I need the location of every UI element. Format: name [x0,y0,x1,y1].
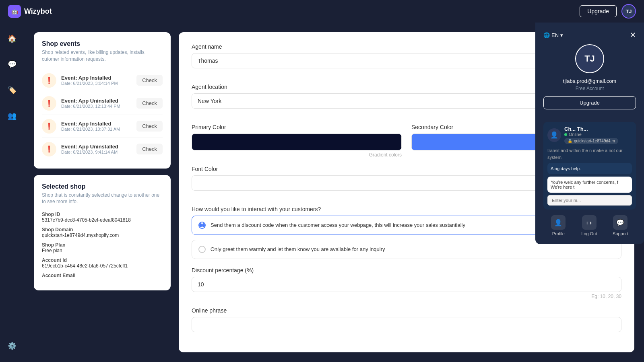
event-icon: ❗ [42,119,56,134]
selected-shop-title: Selected shop [42,183,163,190]
dropdown-email: tjlabs.prod@gmail.com [543,78,636,84]
chat-preview-status: Online [564,132,618,137]
support-icon: 💬 [613,215,627,230]
gradient-hint-1: Gradient colors [192,152,402,158]
online-label: Online [569,132,582,137]
chat-preview-info: Ch... Th... Online 🔒 quickstart-1e8749d4… [564,126,618,144]
discount-hint: Eg: 10, 20, 30 [192,294,621,299]
logo-icon: 🤖 [8,5,21,18]
event-item: ❗ Event: App Installed Date: 6/21/2023, … [42,69,163,92]
discount-group: Discount percentage (%) Eg: 10, 20, 30 [192,267,621,299]
lang-selector[interactable]: 🌐 EN ▾ [543,32,563,38]
shop-plan-row: Shop Plan Free plan [42,242,163,253]
event-info: Event: App Uninstalled Date: 6/21/2023, … [61,144,132,154]
close-dropdown-button[interactable]: ✕ [630,31,636,39]
user-actions: 👤 Profile ↦ Log Out 💬 Support [543,215,636,236]
check-button-3[interactable]: Check [136,144,163,154]
lang-label: EN [551,32,559,38]
navbar: 🤖 Wizybot Upgrade TJ [0,0,644,23]
support-action[interactable]: 💬 Support [613,215,628,236]
chat-preview-name: Ch... Th... [564,126,618,132]
shop-id-value: 5317c7b9-dcc8-4705-b2ef-edeaf8041818 [42,217,163,223]
left-panel: Shop events Shop related events, like bi… [34,32,171,352]
sidebar-item-home[interactable]: 🏠 [4,31,20,47]
user-dropdown: 🌐 EN ▾ ✕ TJ tjlabs.prod@gmail.com Free A… [535,23,644,244]
event-icon: ❗ [42,142,56,156]
chat-shop-id: quickstart-1e8749d4.m [574,139,615,143]
dropdown-upgrade-button[interactable]: Upgrade [543,96,636,109]
chat-preview-avatar: 👤 [547,128,561,142]
logout-label: Log Out [581,231,597,236]
radio-dot-1 [198,222,206,229]
event-date: Date: 6/21/2023, 10:37:31 AM [61,127,132,132]
event-date: Date: 6/21/2023, 12:13:44 PM [61,104,132,109]
shop-domain-value: quickstart-1e8749d4.myshopify.com [42,232,163,238]
radio-dot-2 [198,246,206,253]
shop-domain-label: Shop Domain [42,227,163,232]
selected-shop-subtitle: Shop that is constantly selected change … [42,192,163,206]
check-button-0[interactable]: Check [136,75,163,86]
event-item: ❗ Event: App Installed Date: 6/21/2023, … [42,115,163,138]
shop-domain-row: Shop Domain quickstart-1e8749d4.myshopif… [42,227,163,238]
event-name: Event: App Installed [61,75,132,81]
account-email-label: Account Email [42,273,163,278]
globe-icon: 🌐 [543,32,550,38]
upgrade-button[interactable]: Upgrade [580,5,617,17]
event-icon: ❗ [42,73,56,88]
logout-icon: ↦ [582,215,597,230]
discount-input[interactable] [192,277,621,292]
profile-icon: 👤 [551,215,566,230]
event-icon: ❗ [42,96,56,111]
online-phrase-input[interactable] [192,317,621,332]
user-avatar-button[interactable]: TJ [621,4,636,19]
event-info: Event: App Installed Date: 6/21/2023, 10… [61,121,132,132]
shop-id-row: Shop ID 5317c7b9-dcc8-4705-b2ef-edeaf804… [42,212,163,223]
selected-shop-card: Selected shop Shop that is constantly se… [34,175,171,291]
primary-color-group: Primary Color Gradient colors [192,124,402,158]
chat-shop-badge: 🔒 quickstart-1e8749d4.m [564,138,618,144]
shop-plan-label: Shop Plan [42,242,163,248]
online-phrase-group: Online phrase [192,307,621,332]
profile-action[interactable]: 👤 Profile [551,215,566,236]
chat-input[interactable] [547,195,632,206]
event-name: Event: App Uninstalled [61,144,132,150]
check-button-1[interactable]: Check [136,98,163,109]
sidebar: 🏠 💬 🏷️ 👥 ⚙️ [0,23,24,362]
radio-option-2-text: Only greet them warmly and let them know… [211,246,385,253]
account-email-row: Account Email [42,273,163,278]
profile-label: Profile [552,231,565,236]
app-name: Wizybot [24,7,52,16]
app-logo: 🤖 Wizybot [8,5,52,18]
account-id-value: 619ecb1b-c464-48e2-bfa6-057725cfcff1 [42,263,163,269]
online-phrase-label: Online phrase [192,307,621,314]
chat-msg-preview-2: Alrig days help. [547,163,632,174]
event-info: Event: App Uninstalled Date: 6/21/2023, … [61,98,132,109]
sidebar-item-chat[interactable]: 💬 [4,56,20,72]
event-item: ❗ Event: App Uninstalled Date: 6/21/2023… [42,138,163,160]
event-name: Event: App Installed [61,121,132,127]
online-status-dot [564,133,567,136]
navbar-right: Upgrade TJ [580,4,636,19]
lock-icon: 🔒 [568,139,572,143]
chevron-down-icon: ▾ [560,32,563,38]
account-id-row: Account Id 619ecb1b-c464-48e2-bfa6-05772… [42,257,163,269]
shop-events-card: Shop events Shop related events, like bi… [34,32,171,169]
shop-events-title: Shop events [42,40,163,47]
sidebar-item-settings[interactable]: ⚙️ [4,338,20,354]
shop-plan-value: Free plan [42,248,163,253]
primary-color-swatch[interactable] [192,134,402,150]
shop-events-subtitle: Shop related events, like billing update… [42,49,163,63]
sidebar-item-users[interactable]: 👥 [4,108,20,124]
support-label: Support [613,231,628,236]
sidebar-item-tags[interactable]: 🏷️ [4,82,20,98]
check-button-2[interactable]: Check [136,121,163,132]
account-id-label: Account Id [42,257,163,263]
chat-preview: 👤 Ch... Th... Online 🔒 quickstart-1e8749… [543,122,636,210]
event-name: Event: App Uninstalled [61,98,132,104]
event-date: Date: 6/21/2023, 3:04:14 PM [61,81,132,86]
chat-msg-preview-3: You're welc any further concerns, f We'r… [547,177,632,193]
dropdown-avatar: TJ [575,44,604,73]
event-info: Event: App Installed Date: 6/21/2023, 3:… [61,75,132,86]
logout-action[interactable]: ↦ Log Out [581,215,597,236]
event-item: ❗ Event: App Uninstalled Date: 6/21/2023… [42,92,163,115]
